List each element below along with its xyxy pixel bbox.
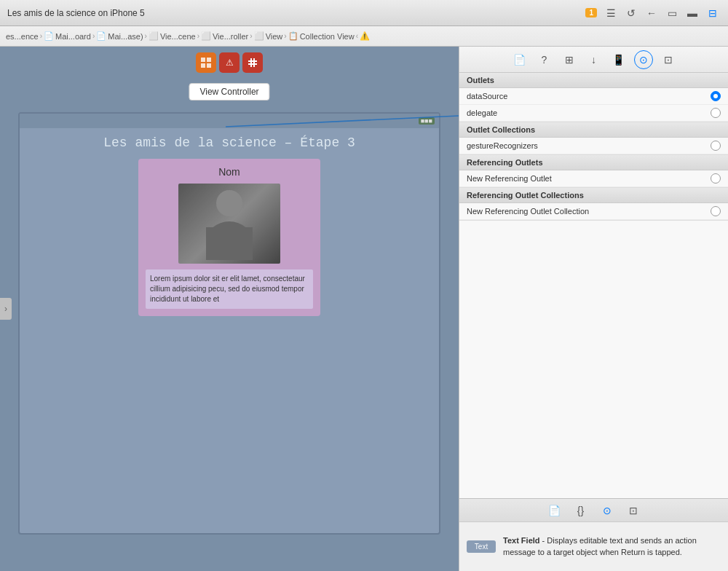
refresh-icon[interactable]: ↺: [623, 5, 639, 21]
referencing-outlet-collections-header: Referencing Outlet Collections: [459, 188, 728, 203]
outlet-collections-section: Outlet Collections gestureRecognizers: [459, 122, 728, 155]
svg-rect-3: [207, 63, 211, 68]
svg-rect-2: [201, 63, 205, 68]
svg-rect-5: [248, 63, 257, 65]
conn-item-new-ref-coll: New Referencing Outlet Collection: [459, 203, 728, 220]
breadcrumb-item-5[interactable]: ⬜ Vie...roller: [201, 31, 248, 41]
card-image: [178, 184, 280, 264]
window-title: Les amis de la science on iPhone 5: [7, 8, 579, 18]
breadcrumb-item-collection[interactable]: 📋 Collection View: [288, 31, 355, 41]
breadcrumb-item-1[interactable]: es...ence: [6, 32, 39, 41]
breadcrumb-label-5: ⬜: [201, 31, 211, 41]
svg-rect-6: [250, 58, 252, 67]
breadcrumb-text-4: Vie...cene: [160, 32, 196, 41]
layout-tool-btn[interactable]: ⊡: [659, 50, 678, 69]
iphone-content: Les amis de la science – Étape 3 Nom Lor…: [20, 128, 439, 323]
breadcrumb-text-3: Mai...ase): [108, 32, 143, 41]
breadcrumb-warning-icon: ⚠️: [360, 31, 370, 41]
referencing-outlet-collections-section: Referencing Outlet Collections New Refer…: [459, 188, 728, 221]
breadcrumb-label-6: ⬜: [254, 31, 264, 41]
main-layout: › View Controller ⚠: [0, 47, 728, 571]
view-dual-icon[interactable]: ▬: [684, 5, 700, 21]
card-name: Nom: [146, 166, 313, 178]
info-tool-btn[interactable]: ?: [535, 50, 554, 69]
conn-item-delegate: delegate: [459, 105, 728, 122]
breadcrumb: es...ence › 📄 Mai...oard › 📄 Mai...ase) …: [0, 26, 728, 47]
text-field-description: Text Field - Displays editable text and …: [503, 535, 721, 558]
canvas-panel: › View Controller ⚠: [0, 47, 459, 571]
status-bar: ■■■: [20, 114, 439, 128]
bottom-file-btn[interactable]: 📄: [545, 501, 564, 520]
breadcrumb-sep-2: ›: [92, 32, 95, 40]
conn-item-new-ref: New Referencing Outlet: [459, 170, 728, 187]
lines-icon[interactable]: ☰: [603, 5, 619, 21]
conn-gesture-label: gestureRecognizers: [467, 141, 711, 150]
conn-new-ref-coll-label: New Referencing Outlet Collection: [467, 207, 711, 216]
conn-item-datasource: dataSource: [459, 88, 728, 105]
breadcrumb-label-3: 📄: [96, 31, 106, 41]
right-toolbar: 📄 ? ⊞ ↓ 📱 ⊙ ⊡: [459, 47, 728, 73]
svg-rect-0: [201, 58, 205, 62]
conn-datasource-circle[interactable]: [711, 91, 721, 101]
breadcrumb-text-collection: Collection View: [300, 32, 355, 41]
conn-delegate-label: delegate: [467, 109, 711, 117]
conn-delegate-circle[interactable]: [711, 108, 721, 118]
breadcrumb-item-6[interactable]: ⬜ View: [254, 31, 283, 41]
warning-badge: 1: [585, 8, 597, 17]
file-tool-btn[interactable]: 📄: [510, 50, 529, 69]
warning-icon-btn[interactable]: ⚠: [219, 52, 240, 73]
battery-icon: ■■■: [419, 117, 435, 125]
bottom-toolbar: 📄 {} ⊙ ⊡: [459, 499, 728, 522]
breadcrumb-sep-3: ›: [145, 32, 147, 40]
bottom-code-btn[interactable]: {}: [571, 501, 590, 520]
bottom-content: Text Text Field - Displays editable text…: [459, 522, 728, 571]
view-controller-label: View Controller: [189, 83, 269, 101]
conn-item-gesture: gestureRecognizers: [459, 138, 728, 154]
outlet-collections-header: Outlet Collections: [459, 122, 728, 138]
conn-new-ref-circle[interactable]: [711, 173, 721, 184]
card-description: Lorem ipsum dolor sit er elit lamet, con…: [146, 269, 313, 309]
view-single-icon[interactable]: ▭: [664, 5, 680, 21]
breadcrumb-label-7: 📋: [288, 31, 298, 41]
circle-tool-btn[interactable]: ⊙: [634, 50, 653, 69]
device-tool-btn[interactable]: 📱: [609, 50, 628, 69]
bottom-layout-btn[interactable]: ⊡: [624, 501, 643, 520]
breadcrumb-item-3[interactable]: 📄 Mai...ase): [96, 31, 143, 41]
svg-rect-10: [206, 227, 253, 260]
conn-new-ref-coll-circle[interactable]: [711, 206, 721, 216]
svg-rect-7: [253, 58, 255, 67]
view-triple-icon[interactable]: ⊟: [705, 5, 721, 21]
warning-icon: ⚠: [226, 58, 234, 68]
breadcrumb-sep-6: ›: [284, 32, 286, 40]
breadcrumb-label-4: ⬜: [149, 31, 159, 41]
outlets-section: Outlets dataSource delegate: [459, 73, 728, 122]
svg-rect-1: [207, 58, 211, 62]
back-icon[interactable]: ←: [644, 5, 660, 21]
svg-point-8: [216, 190, 242, 216]
iphone-frame: ■■■ Les amis de la science – Étape 3 Nom: [18, 112, 440, 535]
bottom-panel: 📄 {} ⊙ ⊡ Text Text Field - Displays edit…: [459, 498, 728, 571]
breadcrumb-sep-4: ›: [197, 32, 199, 40]
title-bar: Les amis de la science on iPhone 5 1 ☰ ↺…: [0, 0, 728, 26]
down-tool-btn[interactable]: ↓: [585, 50, 604, 69]
collection-icon-btn[interactable]: [196, 52, 216, 73]
breadcrumb-sep-5: ›: [250, 32, 252, 40]
canvas-controls: ⚠: [196, 52, 263, 73]
left-arrow-btn[interactable]: ›: [0, 298, 12, 320]
grid-icon-btn[interactable]: [242, 52, 263, 73]
breadcrumb-text-5: Vie...roller: [213, 32, 248, 41]
conn-gesture-circle[interactable]: [711, 141, 721, 151]
breadcrumb-label-1: es...ence: [6, 32, 39, 41]
breadcrumb-text-2: Mai...oard: [55, 32, 91, 41]
breadcrumb-item-2[interactable]: 📄 Mai...oard: [44, 31, 91, 41]
conn-datasource-label: dataSource: [467, 92, 711, 101]
breadcrumb-item-4[interactable]: ⬜ Vie...cene: [149, 31, 196, 41]
breadcrumb-sep-1: ›: [40, 32, 42, 40]
right-panel: 📄 ? ⊞ ↓ 📱 ⊙ ⊡ Outlets dataSource delegat…: [459, 47, 728, 571]
toolbar-icons: ☰ ↺ ← ▭ ▬ ⊟: [603, 5, 721, 21]
app-title: Les amis de la science – Étape 3: [27, 135, 432, 150]
conn-new-ref-label: New Referencing Outlet: [467, 174, 711, 183]
grid-tool-btn[interactable]: ⊞: [560, 50, 579, 69]
bottom-circle-btn[interactable]: ⊙: [598, 501, 617, 520]
text-field-name: Text Field: [503, 536, 540, 545]
